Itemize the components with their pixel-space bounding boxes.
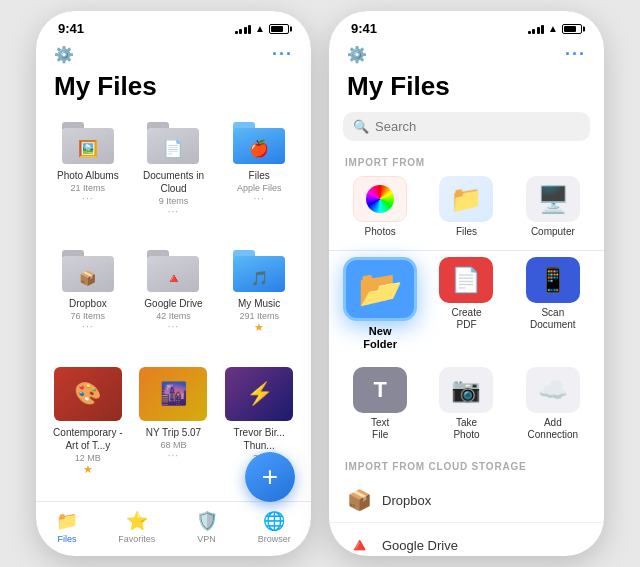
dropbox-cloud-icon: 📦 <box>347 488 372 512</box>
wifi-icon-right: ▲ <box>548 23 558 34</box>
status-bar-left: 9:41 ▲ <box>36 11 311 40</box>
list-item[interactable]: 📄 Documents in Cloud 9 Items ··· <box>134 116 214 238</box>
new-folder-item[interactable]: 📂 NewFolder <box>341 257 419 351</box>
item-count: 42 Items <box>156 311 191 321</box>
text-file-label: TextFile <box>371 417 389 441</box>
take-photo-item[interactable]: 📷 TakePhoto <box>427 367 505 441</box>
item-dots: ··· <box>168 206 179 217</box>
list-item[interactable]: 🎨 Contemporary - Art of T...y 12 MB ★ <box>48 361 128 497</box>
photo-icon: 🖼️ <box>78 139 98 158</box>
import-section: IMPORT FROM Photos 📁 <box>329 151 604 556</box>
item-count: 21 Items <box>71 183 106 193</box>
item-name: Google Drive <box>144 297 202 310</box>
battery-icon-right <box>562 24 582 34</box>
new-folder-icon: 📂 <box>358 268 403 310</box>
cloud-import-section: IMPORT FROM CLOUD STORAGE 📦 Dropbox 🔺 Go… <box>329 449 604 556</box>
folder-documents: 📄 <box>147 122 199 164</box>
list-item[interactable]: 🍎 Files Apple Files ··· <box>219 116 299 238</box>
nav-favorites[interactable]: ⭐ Favorites <box>118 510 155 544</box>
files-nav-icon: 📁 <box>56 510 78 532</box>
import-computer-label: Computer <box>531 226 575 238</box>
status-icons-right: ▲ <box>528 23 582 34</box>
top-bar-left: ⚙️ ··· <box>36 40 311 71</box>
files-icon-box: 📁 <box>439 176 493 222</box>
more-icon-left[interactable]: ··· <box>272 44 293 65</box>
music-icon: 🎵 <box>251 270 268 286</box>
folder-gdrive: 🔺 <box>147 250 199 292</box>
browser-nav-icon: 🌐 <box>263 510 285 532</box>
bottom-nav: 📁 Files ⭐ Favorites 🛡️ VPN 🌐 Browser <box>36 501 311 556</box>
nav-browser-label: Browser <box>258 534 291 544</box>
status-time-right: 9:41 <box>351 21 377 36</box>
nav-browser[interactable]: 🌐 Browser <box>258 510 291 544</box>
import-photos[interactable]: Photos <box>341 176 419 238</box>
import-computer[interactable]: 🖥️ Computer <box>514 176 592 238</box>
scan-label: ScanDocument <box>530 307 576 331</box>
import-icons-grid: Photos 📁 Files 🖥️ Computer <box>329 176 604 246</box>
add-fab-button[interactable]: + <box>245 452 295 502</box>
create-pdf-label: CreatePDF <box>451 307 481 331</box>
item-dots: ··· <box>253 193 264 204</box>
folder-dropbox: 📦 <box>62 250 114 292</box>
section-divider-1 <box>329 250 604 251</box>
add-connection-label: AddConnection <box>528 417 579 441</box>
status-icons-left: ▲ <box>235 23 289 34</box>
dropbox-cloud-item[interactable]: 📦 Dropbox <box>329 478 604 523</box>
city-icon: 🌆 <box>160 381 187 407</box>
import-files[interactable]: 📁 Files <box>427 176 505 238</box>
item-name: NY Trip 5.07 <box>146 426 201 439</box>
thumbnail-contemporary: 🎨 <box>54 367 122 421</box>
top-bar-right: ⚙️ ··· <box>329 40 604 71</box>
folder-photo-albums: 🖼️ <box>62 122 114 164</box>
camera-icon-box: 📷 <box>439 367 493 413</box>
status-time-left: 9:41 <box>58 21 84 36</box>
thumbnail-trevor: ⚡ <box>225 367 293 421</box>
add-connection-item[interactable]: ☁️ AddConnection <box>514 367 592 441</box>
list-item[interactable]: 🌆 NY Trip 5.07 68 MB ··· <box>134 361 214 497</box>
camera-icon: 📷 <box>451 376 481 404</box>
list-item[interactable]: 📦 Dropbox 76 Items ··· <box>48 244 128 355</box>
folder-music: 🎵 <box>233 250 285 292</box>
scan-icon-box: 📱 <box>526 257 580 303</box>
gdrive-cloud-item[interactable]: 🔺 Google Drive <box>329 523 604 556</box>
item-dots: ··· <box>168 450 179 461</box>
gear-icon-left[interactable]: ⚙️ <box>54 45 74 64</box>
take-photo-label: TakePhoto <box>453 417 479 441</box>
list-item[interactable]: 🎵 My Music 291 Items ★ <box>219 244 299 355</box>
pdf-icon: 📄 <box>451 266 481 294</box>
create-pdf-item[interactable]: 📄 CreatePDF <box>427 257 505 351</box>
right-phone: 9:41 ▲ ⚙️ ··· <box>329 11 604 556</box>
text-file-icon: T <box>373 377 386 403</box>
new-folder-icon-box: 📂 <box>343 257 417 321</box>
item-name: Files <box>249 169 270 182</box>
gdrive-icon: 🔺 <box>165 270 182 286</box>
gear-icon-right[interactable]: ⚙️ <box>347 45 367 64</box>
list-item[interactable]: 🔺 Google Drive 42 Items ··· <box>134 244 214 355</box>
list-item[interactable]: 🖼️ Photo Albums 21 Items ··· <box>48 116 128 238</box>
battery-icon <box>269 24 289 34</box>
files-icon: 📁 <box>450 184 482 215</box>
dropbox-cloud-label: Dropbox <box>382 493 431 508</box>
item-count: 12 MB <box>75 453 101 463</box>
nav-vpn[interactable]: 🛡️ VPN <box>196 510 218 544</box>
more-icon-right[interactable]: ··· <box>565 44 586 65</box>
new-folder-label: NewFolder <box>363 325 397 351</box>
search-bar[interactable]: 🔍 <box>343 112 590 141</box>
scan-document-item[interactable]: 📱 ScanDocument <box>514 257 592 351</box>
folder-files: 🍎 <box>233 122 285 164</box>
import-from-label: IMPORT FROM <box>329 151 604 176</box>
item-name: Dropbox <box>69 297 107 310</box>
vpn-nav-icon: 🛡️ <box>196 510 218 532</box>
item-count: Apple Files <box>237 183 282 193</box>
item-count: 76 Items <box>71 311 106 321</box>
search-input[interactable] <box>375 119 580 134</box>
text-file-item[interactable]: T TextFile <box>341 367 419 441</box>
files-grid: 🖼️ Photo Albums 21 Items ··· 📄 Documents… <box>36 112 311 501</box>
photos-icon-box <box>353 176 407 222</box>
action-grid-2: T TextFile 📷 TakePhoto ☁️ <box>329 367 604 449</box>
photos-multicolor-icon <box>366 185 394 213</box>
nav-files[interactable]: 📁 Files <box>56 510 78 544</box>
thunder-icon: ⚡ <box>246 381 273 407</box>
signal-icon <box>235 24 252 34</box>
import-files-label: Files <box>456 226 477 238</box>
